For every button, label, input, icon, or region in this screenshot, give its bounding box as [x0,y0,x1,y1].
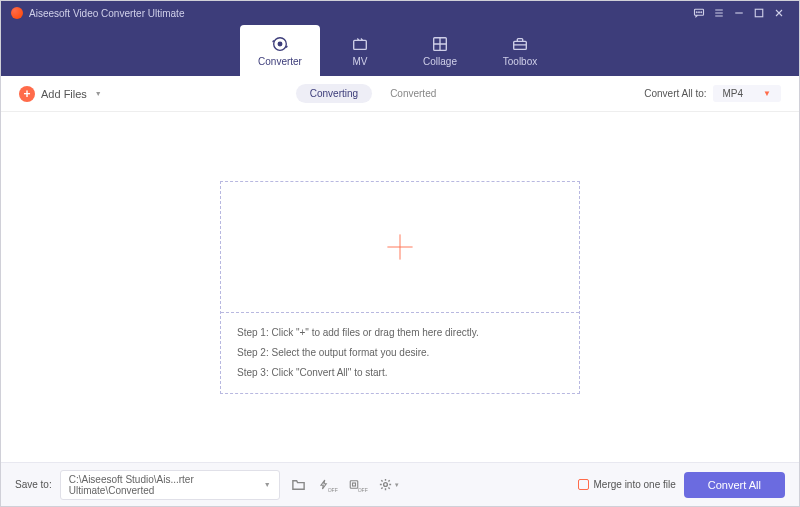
seg-converted[interactable]: Converted [376,84,450,103]
app-logo [11,7,23,19]
checkbox-icon [578,479,589,490]
tab-collage[interactable]: Collage [400,25,480,76]
svg-rect-11 [352,483,355,486]
save-to-label: Save to: [15,479,52,490]
step-3: Step 3: Click "Convert All" to start. [237,363,563,383]
menu-icon[interactable] [709,3,729,23]
plus-icon: + [19,86,35,102]
svg-rect-7 [354,40,367,49]
convert-all-button[interactable]: Convert All [684,472,785,498]
app-title: Aiseesoft Video Converter Ultimate [29,8,184,19]
tab-converter[interactable]: Converter [240,25,320,76]
convert-all-to-label: Convert All to: [644,88,706,99]
settings-button[interactable]: ▼ [378,474,400,496]
plus-icon [382,229,418,265]
svg-point-6 [278,42,282,46]
svg-point-12 [383,483,387,487]
step-2: Step 2: Select the output format you des… [237,343,563,363]
collage-icon [431,35,449,53]
save-path-value: C:\Aiseesoft Studio\Ais...rter Ultimate\… [69,474,264,496]
tab-label: Collage [423,56,457,67]
svg-point-2 [699,12,700,13]
chevron-down-icon: ▼ [763,89,771,98]
chevron-down-icon: ▼ [264,481,271,488]
title-bar: Aiseesoft Video Converter Ultimate [1,1,799,25]
nav-bar: Converter MV Collage Toolbox [1,25,799,76]
mv-icon [351,35,369,53]
lightning-off-button[interactable]: OFF [318,474,340,496]
add-files-label: Add Files [41,88,87,100]
footer-bar: Save to: C:\Aiseesoft Studio\Ais...rter … [1,462,799,506]
main-area: Step 1: Click "+" to add files or drag t… [1,112,799,462]
merge-checkbox[interactable]: Merge into one file [578,479,676,490]
tab-label: Toolbox [503,56,537,67]
chevron-down-icon: ▼ [95,90,102,97]
gpu-off-button[interactable]: OFF [348,474,370,496]
toolbox-icon [511,35,529,53]
instructions: Step 1: Click "+" to add files or drag t… [221,312,579,393]
add-files-dropzone-button[interactable] [221,182,579,312]
maximize-icon[interactable] [749,3,769,23]
tab-label: MV [353,56,368,67]
svg-rect-10 [350,481,358,489]
save-path-select[interactable]: C:\Aiseesoft Studio\Ais...rter Ultimate\… [60,470,280,500]
svg-point-1 [696,12,697,13]
tab-mv[interactable]: MV [320,25,400,76]
seg-converting[interactable]: Converting [296,84,372,103]
convert-all-to: Convert All to: MP4 ▼ [644,85,781,102]
tab-toolbox[interactable]: Toolbox [480,25,560,76]
step-1: Step 1: Click "+" to add files or drag t… [237,323,563,343]
converter-icon [271,35,289,53]
format-selected: MP4 [723,88,744,99]
merge-label: Merge into one file [594,479,676,490]
toolbar: + Add Files ▼ Converting Converted Conve… [1,76,799,112]
status-segment: Converting Converted [296,84,451,103]
svg-point-3 [701,12,702,13]
open-folder-button[interactable] [288,474,310,496]
add-files-button[interactable]: + Add Files ▼ [19,86,102,102]
drop-zone: Step 1: Click "+" to add files or drag t… [220,181,580,394]
feedback-icon[interactable] [689,3,709,23]
tab-label: Converter [258,56,302,67]
close-icon[interactable] [769,3,789,23]
format-select[interactable]: MP4 ▼ [713,85,781,102]
svg-rect-4 [755,9,763,17]
minimize-icon[interactable] [729,3,749,23]
